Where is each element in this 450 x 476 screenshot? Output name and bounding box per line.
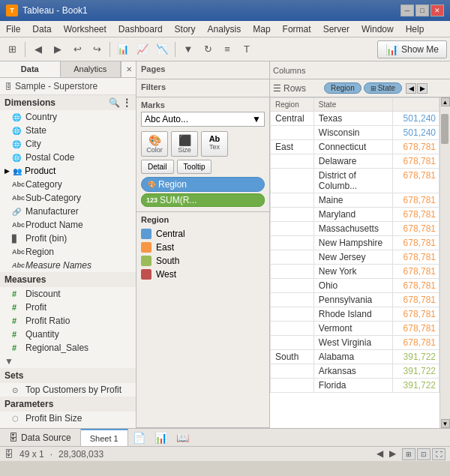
abc-icon: Abc	[12, 221, 22, 229]
text-button[interactable]: Ab Tex	[201, 131, 228, 157]
measures-scroll: ▼	[0, 355, 136, 368]
hash-icon: #	[12, 303, 22, 312]
legend-color-south	[141, 256, 152, 266]
toolbar-back[interactable]: ◀	[29, 40, 47, 58]
toolbar-label[interactable]: T	[238, 40, 256, 58]
toolbar-chart1[interactable]: 📊	[114, 40, 132, 58]
state-cell: Massachusetts	[314, 222, 393, 236]
field-region[interactable]: Abc Region	[0, 245, 136, 259]
menu-window[interactable]: Window	[356, 21, 400, 37]
field-postal-code[interactable]: 🌐 Postal Code	[0, 151, 136, 164]
view-grid-icon[interactable]: ⊞	[402, 448, 416, 460]
toolbar-refresh[interactable]: ↻	[199, 40, 217, 58]
toolbar-chart2[interactable]: 📈	[134, 40, 152, 58]
scroll-thumb[interactable]	[441, 114, 448, 144]
field-manufacturer[interactable]: 🔗 Manufacturer	[0, 205, 136, 218]
scroll-up-arrow[interactable]: ▲	[441, 97, 450, 106]
field-discount[interactable]: # Discount	[0, 287, 136, 301]
add-sheet-icon[interactable]: 📄	[128, 432, 150, 444]
status-bar: 🗄 49 x 1 · 28,308,033 ◀ ▶ ⊞ ⊡ ⛶	[0, 446, 450, 461]
menu-map[interactable]: Map	[247, 21, 276, 37]
state-row-pill[interactable]: ⊞ State	[364, 82, 402, 94]
panel-close-icon[interactable]: ✕	[121, 61, 136, 77]
toolbar-chart3[interactable]: 📉	[153, 40, 171, 58]
table-row: West Virginia678,781	[271, 336, 440, 350]
scroll-track[interactable]	[440, 106, 450, 419]
field-state[interactable]: 🌐 State	[0, 124, 136, 137]
region-cell	[271, 307, 314, 322]
region-row-pill[interactable]: Region	[324, 82, 362, 94]
toolbar-sort[interactable]: ≡	[218, 40, 236, 58]
tooltip-button[interactable]: Tooltip	[177, 160, 212, 174]
search-icon[interactable]: 🔍	[109, 97, 120, 108]
nav-left-arrow[interactable]: ◀	[406, 83, 416, 94]
new-story-icon[interactable]: 📖	[172, 432, 194, 444]
field-profit-ratio[interactable]: # Profit Ratio	[0, 314, 136, 328]
field-top-customers[interactable]: ⊙ Top Customers by Profit	[0, 383, 136, 397]
menu-data[interactable]: Data	[26, 21, 57, 37]
product-group[interactable]: ▶ 👥 Product	[0, 164, 136, 178]
datasource-name[interactable]: Sample - Superstore	[15, 81, 98, 91]
view-fit-icon[interactable]: ⊡	[417, 448, 430, 460]
menu-bar: File Data Worksheet Dashboard Story Anal…	[0, 21, 450, 37]
field-profit-bin[interactable]: ▊ Profit (bin)	[0, 232, 136, 245]
field-top-customers-param[interactable]: ⬡ Top Customers	[0, 425, 136, 428]
field-product-name[interactable]: Abc Product Name	[0, 218, 136, 232]
nav-next-icon[interactable]: ▶	[389, 448, 396, 460]
size-button[interactable]: ⬛ Size	[171, 131, 198, 157]
nav-prev-icon[interactable]: ◀	[376, 448, 383, 460]
maximize-button[interactable]: □	[416, 4, 429, 16]
color-button[interactable]: 🎨 Color	[141, 131, 168, 157]
new-dashboard-icon[interactable]: 📊	[150, 432, 172, 444]
view-fullscreen-icon[interactable]: ⛶	[432, 448, 446, 460]
tab-sheet1[interactable]: Sheet 1	[81, 429, 128, 446]
toolbar-filter[interactable]: ▼	[179, 40, 197, 58]
field-category[interactable]: Abc Category	[0, 178, 136, 191]
menu-format[interactable]: Format	[277, 21, 317, 37]
sum-pill[interactable]: 123 SUM(R...	[141, 193, 265, 207]
window-title: Tableau - Book1	[22, 5, 88, 16]
menu-story[interactable]: Story	[169, 21, 202, 37]
table-row: Florida391,722	[271, 379, 440, 393]
toolbar: ⊞ ◀ ▶ ↩ ↪ 📊 📈 📉 ▼ ↻ ≡ T 📊 Show Me	[0, 37, 450, 61]
tab-datasource[interactable]: 🗄 Data Source	[0, 429, 81, 446]
expand-icon[interactable]: ⋮	[122, 97, 131, 108]
field-city[interactable]: 🌐 City	[0, 137, 136, 151]
toolbar-undo[interactable]: ↩	[68, 40, 86, 58]
menu-worksheet[interactable]: Worksheet	[58, 21, 112, 37]
field-regional-sales[interactable]: # Regional_Sales	[0, 341, 136, 355]
menu-server[interactable]: Server	[317, 21, 356, 37]
region-pill[interactable]: 🎨 Region	[141, 177, 265, 192]
toolbar-redo[interactable]: ↪	[88, 40, 106, 58]
field-profit-bin-size[interactable]: ⬡ Profit Bin Size	[0, 412, 136, 425]
menu-file[interactable]: File	[0, 21, 26, 37]
minimize-button[interactable]: ─	[400, 4, 414, 16]
field-measure-names[interactable]: Abc Measure Names	[0, 259, 136, 272]
rows-grid-icon: ☰	[273, 83, 281, 94]
close-button[interactable]: ✕	[430, 4, 444, 16]
menu-analysis[interactable]: Analysis	[202, 21, 248, 37]
tab-analytics[interactable]: Analytics	[61, 61, 122, 77]
state-cell: Connecticut	[314, 140, 393, 154]
vertical-scrollbar[interactable]: ▲ ▼	[440, 97, 450, 428]
scroll-down-arrow[interactable]: ▼	[441, 419, 450, 428]
table-row: Pennsylvania678,781	[271, 293, 440, 307]
detail-button[interactable]: Detail	[141, 160, 174, 174]
toolbar-new[interactable]: ⊞	[3, 40, 21, 58]
menu-dashboard[interactable]: Dashboard	[112, 21, 169, 37]
state-cell: Florida	[314, 379, 393, 393]
menu-help[interactable]: Help	[400, 21, 430, 37]
state-cell: Wisconsin	[314, 126, 393, 140]
field-country[interactable]: 🌐 Country	[0, 110, 136, 124]
marks-type-dropdown[interactable]: Abc Auto... ▼	[141, 112, 265, 127]
field-subcategory[interactable]: Abc Sub-Category	[0, 191, 136, 205]
viz-content: Region State CentralTexas501,240Wisconsi…	[270, 97, 450, 428]
field-profit[interactable]: # Profit	[0, 301, 136, 314]
field-quantity[interactable]: # Quantity	[0, 328, 136, 341]
toolbar-forward[interactable]: ▶	[49, 40, 67, 58]
nav-right-arrow[interactable]: ▶	[417, 83, 428, 94]
table-row: Wisconsin501,240	[271, 126, 440, 140]
tab-data[interactable]: Data	[0, 61, 61, 77]
state-cell: Vermont	[314, 322, 393, 336]
show-me-button[interactable]: 📊 Show Me	[377, 40, 447, 58]
